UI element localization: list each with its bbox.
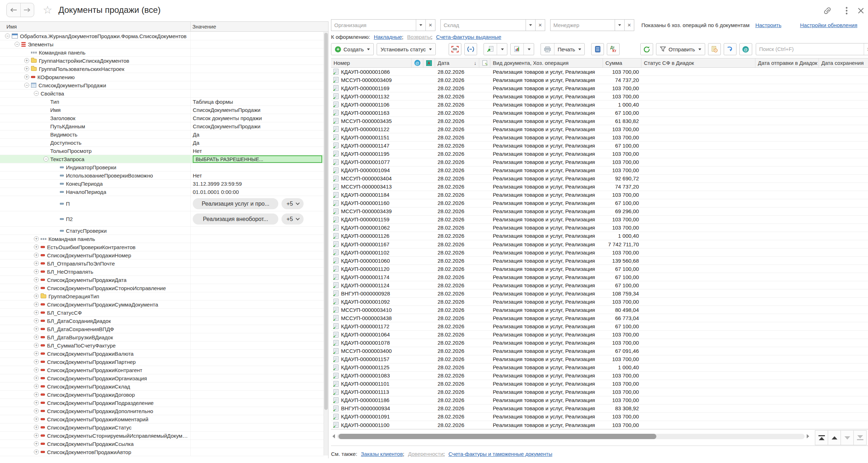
- tree-row[interactable]: +СписокДокументыПродажиКомментарий: [0, 415, 324, 423]
- related-documents-button[interactable]: [591, 43, 604, 55]
- tree-row[interactable]: +СписокДокументыПродажиДополнительно: [0, 407, 324, 415]
- header-number[interactable]: Номер: [331, 58, 412, 67]
- organization-filter[interactable]: Организация ✕: [331, 19, 435, 31]
- expand-icon[interactable]: +: [34, 269, 39, 274]
- expand-icon[interactable]: +: [34, 318, 39, 323]
- tree-row[interactable]: +СписокДокументыПродажиОрганизация: [0, 374, 324, 382]
- expand-icon[interactable]: +: [34, 351, 39, 356]
- tree-row[interactable]: +ГруппаНастройкиСпискаДокументов: [0, 57, 324, 65]
- expand-icon[interactable]: +: [34, 408, 39, 413]
- table-row[interactable]: МССУП-000000343828.02.2026Реализация тов…: [331, 314, 868, 322]
- table-row[interactable]: КДАУП-000000117228.02.2026Реализация тов…: [331, 322, 868, 330]
- favorite-star-icon[interactable]: ☆: [43, 3, 52, 17]
- tree-row[interactable]: +СписокДокументыПродажиСсылка: [0, 440, 324, 448]
- collapse-icon[interactable]: −: [34, 91, 39, 96]
- table-row[interactable]: КДАУП-000000106228.02.2026Реализация тов…: [331, 224, 868, 232]
- dropdown-button[interactable]: [615, 20, 624, 31]
- tree-column-divider[interactable]: [190, 22, 191, 31]
- tree-row[interactable]: ПутьКДаннымСписокДокументыПродажи: [0, 122, 324, 130]
- scrollbar-thumb[interactable]: [339, 434, 656, 439]
- print-split-button[interactable]: Печать: [541, 43, 585, 55]
- expand-icon[interactable]: +: [34, 302, 39, 307]
- tree-row[interactable]: +СписокДокументыПродажиДоговор: [0, 391, 324, 399]
- collapse-icon[interactable]: −: [5, 34, 10, 38]
- tree-row[interactable]: ДоступностьДа: [0, 139, 324, 147]
- manager-filter[interactable]: Менеджер ✕: [550, 19, 634, 31]
- report-dropdown[interactable]: [523, 43, 534, 55]
- expand-icon[interactable]: +: [34, 236, 39, 241]
- table-row[interactable]: МССУП-000000340928.02.2026Реализация тов…: [331, 76, 868, 84]
- expand-icon[interactable]: +: [34, 376, 39, 381]
- table-row[interactable]: КДАУП-000000110628.02.2026Реализация тов…: [331, 101, 868, 109]
- back-button[interactable]: [7, 3, 21, 17]
- tree-row[interactable]: +БЛ_СтатусСФ: [0, 309, 324, 317]
- table-row[interactable]: КДАУП-000000109428.02.2026Реализация тов…: [331, 166, 868, 175]
- send-button[interactable]: Отправить: [656, 43, 705, 55]
- panel-splitter[interactable]: [328, 21, 329, 458]
- print-button[interactable]: Печать: [554, 43, 584, 55]
- history-nav[interactable]: [6, 3, 34, 17]
- tree-row[interactable]: +ГруппаОперацияТип: [0, 292, 324, 300]
- collapse-icon[interactable]: −: [24, 83, 29, 88]
- table-row[interactable]: КДАУП-000000111328.02.2026Реализация тов…: [331, 388, 868, 396]
- scrollbar-thumb[interactable]: [324, 33, 328, 410]
- table-row[interactable]: КДАУП-000000106428.02.2026Реализация тов…: [331, 331, 868, 339]
- tree-row[interactable]: +БЛ_СуммаПоСчетуФактуре: [0, 341, 324, 350]
- expand-icon[interactable]: +: [34, 277, 39, 282]
- table-row[interactable]: МССУП-000000341328.02.2026Реализация тов…: [331, 183, 868, 191]
- expand-icon[interactable]: +: [34, 285, 39, 290]
- scan-barcode-button[interactable]: [449, 43, 461, 55]
- table-row[interactable]: КДАУП-000000116028.02.2026Реализация тов…: [331, 199, 868, 207]
- report-button[interactable]: [511, 43, 523, 55]
- set-status-button[interactable]: Установить статус: [377, 43, 436, 55]
- value-pill-button[interactable]: Реализация внеоборот...: [193, 214, 278, 225]
- link-invoices[interactable]: Накладные: [374, 34, 402, 40]
- table-row[interactable]: КДАУП-000000117428.02.2026Реализация тов…: [331, 273, 868, 281]
- table-row[interactable]: КДАУП-000000112228.02.2026Реализация тов…: [331, 125, 868, 133]
- deferred-document-button[interactable]: [708, 43, 721, 55]
- table-row[interactable]: КДАУП-000000107828.02.2026Реализация тов…: [331, 339, 868, 347]
- forward-button[interactable]: [21, 3, 34, 17]
- scroll-left-icon[interactable]: [332, 434, 335, 438]
- tree-row[interactable]: −ТекстЗапросаВЫБРАТЬ РАЗРЕШЕННЫЕ...: [0, 155, 324, 163]
- go-to-first-button[interactable]: [815, 430, 828, 445]
- table-row[interactable]: КДАУП-000000112028.02.2026Реализация тов…: [331, 265, 868, 273]
- tree-row[interactable]: Командная панель: [0, 48, 324, 57]
- expand-icon[interactable]: +: [34, 384, 39, 389]
- expand-icon[interactable]: +: [24, 74, 29, 79]
- previous-page-button[interactable]: [828, 430, 841, 445]
- tree-row[interactable]: +СписокДокументыПродажиСтатус: [0, 423, 324, 432]
- table-row[interactable]: КДАУП-000000114728.02.2026Реализация тов…: [331, 142, 868, 150]
- tree-row[interactable]: +БЛ_НеОтправлять: [0, 268, 324, 276]
- dropdown-button[interactable]: [526, 20, 535, 31]
- link-customer-orders[interactable]: Заказы клиентов: [361, 451, 403, 457]
- expand-icon[interactable]: +: [34, 449, 39, 454]
- close-icon[interactable]: [856, 6, 866, 16]
- tree-row[interactable]: ЗаголовокСписок документы продажи: [0, 114, 324, 122]
- tree-row[interactable]: +ЕстьОшибкиПроверкиКонтрагентов: [0, 243, 324, 251]
- tree-row[interactable]: ИмяСписокДокументыПродажи: [0, 106, 324, 114]
- value-pill-button[interactable]: Реализация услуг и про...: [193, 198, 278, 209]
- tree-row[interactable]: КонецПериода31.12.3999 23:59:59: [0, 180, 324, 188]
- clear-button[interactable]: ✕: [535, 20, 545, 31]
- expand-icon[interactable]: +: [34, 326, 39, 331]
- expand-icon[interactable]: +: [34, 400, 39, 405]
- table-row[interactable]: КДАУП-000000106028.02.2026Реализация тов…: [331, 257, 868, 265]
- table-row[interactable]: КДАУП-000000118628.02.2026Реализация тов…: [331, 396, 868, 405]
- refresh-button[interactable]: [640, 43, 653, 55]
- table-row[interactable]: КДАУП-000000112528.02.2026Реализация тов…: [331, 364, 868, 372]
- link-issued-invoices[interactable]: Счета-фактуры выданные: [436, 34, 501, 40]
- tree-row[interactable]: ИспользованиеПроверкиВозможноНет: [0, 171, 324, 180]
- expand-icon[interactable]: +: [34, 253, 39, 258]
- forward-document-button[interactable]: [724, 43, 737, 55]
- tree-row[interactable]: +СписокДокументыПродажиКонтрагент: [0, 366, 324, 374]
- dt-kt-postings-button[interactable]: ДтКт: [607, 43, 620, 55]
- get-link-icon[interactable]: [822, 6, 832, 16]
- tree-row[interactable]: СтатусПроверки: [0, 227, 324, 235]
- tree-row[interactable]: +КОформлению: [0, 73, 324, 81]
- collapse-icon[interactable]: −: [43, 156, 48, 161]
- tree-row[interactable]: ВидимостьДа: [0, 130, 324, 139]
- expand-icon[interactable]: +: [34, 359, 39, 364]
- table-row[interactable]: КДАУП-000000115728.02.2026Реализация тов…: [331, 355, 868, 364]
- tree-row[interactable]: +СписокДокументыСторнируемыйИсправляемый…: [0, 432, 324, 440]
